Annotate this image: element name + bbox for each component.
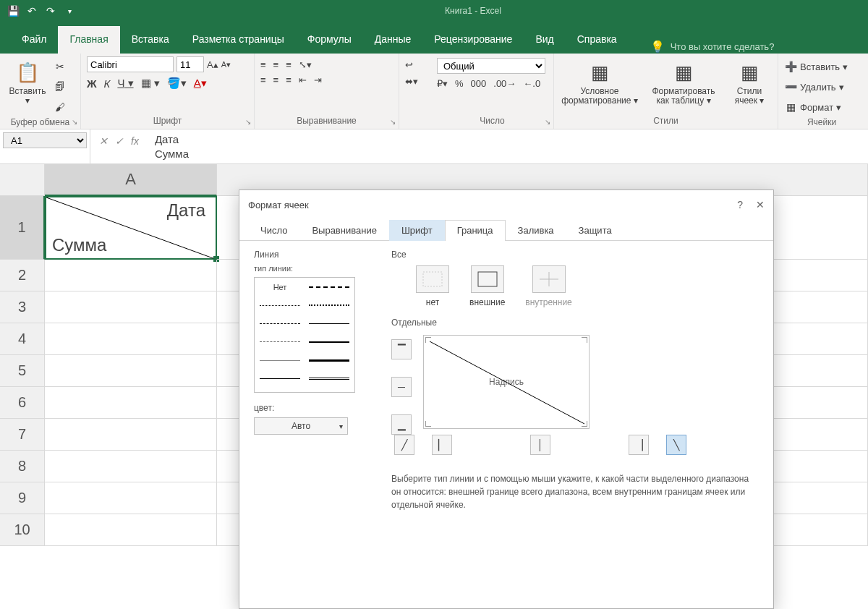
tab-layout[interactable]: Разметка страницы <box>181 26 296 54</box>
qat-customize-icon[interactable]: ▾ <box>61 2 78 20</box>
dialog-launcher-font[interactable]: ↘ <box>245 118 251 126</box>
indent-increase-icon[interactable]: ⇥ <box>314 74 322 85</box>
tab-data[interactable]: Данные <box>363 26 423 54</box>
close-icon[interactable]: ✕ <box>756 199 765 210</box>
orientation-icon[interactable]: ⤡▾ <box>299 59 312 70</box>
dtab-align[interactable]: Выравнивание <box>299 220 388 241</box>
cell[interactable] <box>45 323 217 355</box>
italic-button[interactable]: К <box>104 77 111 90</box>
align-right-icon[interactable]: ≡ <box>286 74 292 85</box>
tab-view[interactable]: Вид <box>524 26 565 54</box>
formula-input[interactable]: Дата Сумма <box>148 129 868 163</box>
dtab-fill[interactable]: Заливка <box>506 220 566 241</box>
dtab-border[interactable]: Граница <box>445 220 506 241</box>
tab-help[interactable]: Справка <box>566 26 629 54</box>
line-style[interactable] <box>258 372 302 386</box>
line-style[interactable] <box>258 354 302 367</box>
select-all-corner[interactable] <box>0 164 45 196</box>
font-name-select[interactable] <box>87 56 174 72</box>
border-top-button[interactable]: ▔ <box>391 339 412 359</box>
cell-reference-select[interactable]: A1 <box>3 132 87 148</box>
undo-icon[interactable]: ↶ <box>23 2 41 20</box>
increase-font-icon[interactable]: A▴ <box>207 59 218 70</box>
paste-button[interactable]: 📋 Вставить ▾ <box>6 56 49 108</box>
cell[interactable] <box>45 355 217 387</box>
cell[interactable] <box>45 291 217 323</box>
name-box[interactable]: A1 <box>0 129 90 163</box>
line-style[interactable] <box>307 281 352 294</box>
border-preview[interactable]: Надпись <box>423 335 590 429</box>
align-bottom-icon[interactable]: ≡ <box>286 59 292 70</box>
decrease-decimal-icon[interactable]: ←.0 <box>523 78 540 89</box>
row-header[interactable]: 7 <box>0 419 45 451</box>
border-bottom-button[interactable]: ▁ <box>391 414 412 435</box>
number-format-select[interactable]: Общий <box>437 58 545 74</box>
row-header[interactable]: 3 <box>0 291 45 323</box>
tab-formulas[interactable]: Формулы <box>296 26 363 54</box>
tab-file[interactable]: Файл <box>10 26 58 54</box>
row-header[interactable]: 4 <box>0 323 45 355</box>
row-header-1[interactable]: 1 <box>0 196 45 260</box>
row-header[interactable]: 9 <box>0 482 45 514</box>
underline-button[interactable]: Ч ▾ <box>117 77 133 90</box>
fx-icon[interactable]: fx <box>131 135 139 147</box>
insert-cells-button[interactable]: ➕Вставить ▾ <box>784 58 859 75</box>
dtab-number[interactable]: Число <box>248 220 299 241</box>
line-style[interactable] <box>307 354 352 367</box>
tab-insert[interactable]: Вставка <box>120 26 181 54</box>
line-style[interactable] <box>258 318 302 331</box>
borders-button[interactable]: ▦ ▾ <box>141 77 160 90</box>
line-style[interactable] <box>307 318 352 331</box>
fill-color-button[interactable]: 🪣▾ <box>167 77 187 90</box>
tab-home[interactable]: Главная <box>58 26 119 54</box>
tell-me[interactable]: 💡 Что вы хотите сделать? <box>650 40 775 54</box>
copy-button[interactable]: 🗐 <box>54 78 67 95</box>
line-style[interactable] <box>307 372 352 386</box>
cell[interactable] <box>45 482 217 514</box>
preset-inside-button[interactable] <box>532 265 566 293</box>
line-style[interactable] <box>258 299 302 312</box>
preset-outside-button[interactable] <box>471 265 504 293</box>
comma-icon[interactable]: 000 <box>471 78 487 89</box>
border-diag-down-button[interactable]: ╲ <box>666 435 686 455</box>
dialog-launcher-clipboard[interactable]: ↘ <box>72 118 77 126</box>
border-diag-up-button[interactable]: ╱ <box>394 435 414 455</box>
line-style[interactable] <box>258 336 302 349</box>
decrease-font-icon[interactable]: A▾ <box>221 60 231 69</box>
dialog-launcher-align[interactable]: ↘ <box>390 118 396 126</box>
line-style-list[interactable]: Нет <box>254 277 355 393</box>
dtab-protect[interactable]: Защита <box>566 220 624 241</box>
cancel-icon[interactable]: ✕ <box>99 135 108 147</box>
merge-icon[interactable]: ⬌▾ <box>405 76 418 87</box>
line-style[interactable] <box>307 299 352 312</box>
cell[interactable] <box>45 419 217 451</box>
cut-button[interactable]: ✂ <box>54 58 67 75</box>
conditional-formatting-button[interactable]: ▦ Условное форматирование ▾ <box>560 56 639 108</box>
currency-icon[interactable]: ₽▾ <box>437 78 448 89</box>
cell-styles-button[interactable]: ▦ Стили ячеек ▾ <box>728 56 771 108</box>
align-left-icon[interactable]: ≡ <box>260 74 266 85</box>
preset-none-button[interactable] <box>416 265 449 293</box>
color-dropdown[interactable]: Авто <box>254 417 348 435</box>
wrap-text-icon[interactable]: ↩ <box>405 59 413 70</box>
cell[interactable] <box>45 387 217 419</box>
enter-icon[interactable]: ✓ <box>115 135 124 147</box>
format-cells-button[interactable]: ▦Формат ▾ <box>784 98 859 116</box>
column-header-A[interactable]: A <box>45 164 217 196</box>
format-as-table-button[interactable]: ▦ Форматировать как таблицу ▾ <box>644 56 723 108</box>
row-header[interactable]: 6 <box>0 387 45 419</box>
dtab-font[interactable]: Шрифт <box>389 220 445 241</box>
row-header[interactable]: 2 <box>0 260 45 291</box>
dialog-launcher-number[interactable]: ↘ <box>545 118 550 126</box>
cell[interactable] <box>45 514 217 546</box>
row-header[interactable]: 10 <box>0 514 45 546</box>
indent-decrease-icon[interactable]: ⇤ <box>299 74 307 85</box>
cell-A1[interactable]: Дата Сумма <box>45 196 217 260</box>
align-middle-icon[interactable]: ≡ <box>273 59 279 70</box>
font-size-select[interactable] <box>176 56 204 72</box>
line-style-none[interactable]: Нет <box>258 281 302 294</box>
increase-decimal-icon[interactable]: .00→ <box>493 78 516 89</box>
line-style[interactable] <box>307 336 352 349</box>
percent-icon[interactable]: % <box>455 78 464 89</box>
bold-button[interactable]: Ж <box>87 77 97 90</box>
